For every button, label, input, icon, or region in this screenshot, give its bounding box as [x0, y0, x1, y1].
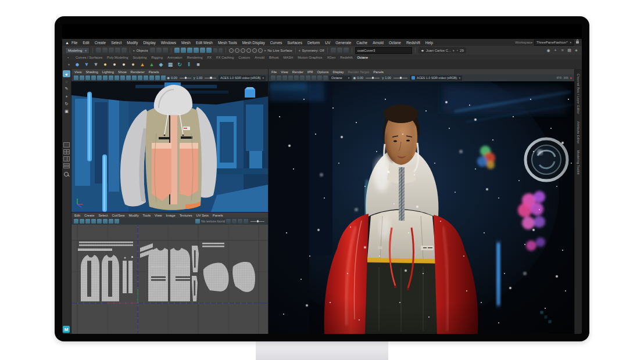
shelf-tab[interactable]: Redshift [340, 56, 352, 59]
rotate-tool-icon[interactable]: ↻ [63, 100, 70, 107]
panel-menu-item[interactable]: View [155, 214, 162, 217]
open-scene-icon[interactable] [102, 48, 108, 53]
light-dome-shelf-icon[interactable]: ● [111, 61, 118, 68]
shelf-menu-icon[interactable]: ▾ [66, 62, 71, 67]
panel-menu-item[interactable]: Create [84, 214, 94, 217]
textured-icon[interactable] [126, 75, 131, 80]
history-toggle-icon[interactable] [252, 48, 257, 53]
shelf-tab[interactable]: Rigging [151, 56, 163, 59]
history-toggle-icon[interactable] [241, 48, 245, 53]
sidebar-vertical-tab[interactable]: Modeling Toolkit [577, 150, 580, 175]
render-current-frame-icon[interactable] [331, 48, 336, 53]
symmetry-select[interactable]: ▾Symmetry: Off [299, 49, 324, 52]
panel-menu-item[interactable]: Display [332, 70, 344, 74]
shadows-icon[interactable] [138, 75, 142, 80]
panel-menu-item[interactable]: Modify [128, 214, 138, 217]
menu-item[interactable]: Edit [83, 41, 89, 45]
shelf-tab[interactable]: Custom [238, 56, 250, 59]
history-toggle-icon[interactable] [229, 48, 234, 53]
shelf-tab[interactable]: Rendering [187, 56, 203, 59]
shelf-selector-icon[interactable]: ▪ [66, 55, 71, 60]
two-d-pan-zoom-icon[interactable] [103, 75, 108, 80]
image-plane-icon[interactable] [97, 75, 102, 80]
list-view-icon[interactable]: ≡ [560, 48, 565, 53]
motion-blur-icon[interactable] [149, 75, 154, 80]
menu-item[interactable]: Mesh [181, 41, 191, 45]
panel-menu-item[interactable]: Options [317, 70, 329, 74]
shelf-tab[interactable]: FX Caching [216, 56, 234, 59]
single-pane-layout-button[interactable] [63, 142, 70, 147]
add-workspace-icon[interactable]: + [553, 48, 558, 53]
panel-menu-item[interactable]: View [281, 70, 288, 74]
redo-icon[interactable] [121, 48, 127, 53]
save-scene-icon[interactable] [109, 48, 114, 53]
selection-mode-select[interactable]: ▾Objects [133, 49, 148, 52]
dim-image-icon[interactable] [226, 219, 231, 224]
history-toggle-icon[interactable] [246, 48, 251, 53]
light-spot-shelf-icon[interactable]: ● [130, 61, 137, 68]
snap-to-projected-center-icon[interactable] [194, 48, 199, 53]
select-by-hierarchy-icon[interactable] [150, 48, 155, 53]
menu-item[interactable]: Curves [270, 41, 282, 45]
menu-set-select[interactable]: Modeling ▾ [65, 47, 90, 54]
panel-menu-item[interactable]: UV Sets [196, 214, 209, 217]
snapshot-icon[interactable] [312, 75, 316, 80]
select-camera-icon[interactable] [74, 75, 78, 80]
scale-tool-icon[interactable]: ▣ [63, 108, 70, 115]
menu-item[interactable]: Generate [335, 41, 351, 45]
select-by-object-icon[interactable] [156, 48, 162, 53]
pine-tree-shelf-icon[interactable]: ▲ [148, 61, 155, 68]
gamma-icon[interactable]: γ [382, 76, 384, 80]
shelf-tab[interactable]: Curves / Surfaces [76, 56, 102, 59]
snap-to-grid-icon[interactable] [174, 48, 180, 53]
clear-render-icon[interactable] [282, 75, 287, 80]
shelf-tab[interactable]: Poly Modeling [107, 56, 128, 59]
panel-menu-item[interactable]: Cut/Sew [112, 214, 125, 217]
menu-item[interactable]: Mesh Tools [218, 41, 237, 45]
stop-render-icon[interactable] [306, 75, 310, 80]
snap-to-view-plane-icon[interactable] [200, 48, 205, 53]
live-surface-select[interactable]: ▾No Live Surface [264, 49, 292, 52]
light-area-shelf-icon[interactable]: ● [120, 61, 127, 68]
image-display-icon[interactable] [115, 219, 119, 224]
workspace-select[interactable]: ThreePaneFashion* ▾ [534, 39, 574, 46]
menu-item[interactable]: Deform [307, 41, 320, 45]
uv-editor-canvas[interactable] [71, 225, 268, 334]
panel-menu-item[interactable]: Renderer [131, 70, 145, 74]
uv-statistics-icon[interactable] [238, 219, 242, 224]
render-viewport[interactable] [269, 81, 574, 334]
perspective-viewport[interactable] [71, 81, 268, 212]
uv-distortion-icon[interactable] [74, 219, 78, 224]
panel-menu-item[interactable]: Textures [180, 214, 192, 217]
panel-layout-icon[interactable]: ▤ [567, 48, 572, 53]
panel-menu-item[interactable]: IPR [307, 70, 313, 74]
menu-item[interactable]: Edit Mesh [196, 41, 213, 45]
use-all-lights-icon[interactable] [132, 75, 137, 80]
shade-uvs-icon[interactable] [85, 219, 90, 224]
menu-item[interactable]: Create [95, 41, 106, 45]
region-render-icon[interactable] [317, 75, 322, 80]
cloth-shelf-icon[interactable]: ▼ [92, 61, 99, 68]
menu-item[interactable]: Select [111, 41, 121, 45]
four-pane-layout-button[interactable] [63, 149, 70, 154]
panel-menu-item[interactable]: View [74, 70, 81, 74]
frame-all-icon[interactable] [244, 219, 248, 224]
pixel-snap-icon[interactable] [103, 219, 108, 224]
menu-item[interactable]: File [71, 41, 77, 45]
exposure-slider[interactable] [180, 78, 191, 78]
shelf-tab[interactable]: Arnold [255, 56, 264, 59]
paint-select-tool-icon[interactable]: ✎ [63, 85, 70, 92]
new-scene-icon[interactable] [96, 48, 101, 53]
make-live-icon[interactable] [206, 48, 212, 53]
menu-item[interactable]: Redshift [406, 41, 420, 45]
menu-item[interactable]: Display [143, 41, 155, 45]
gamma-slider[interactable] [393, 78, 407, 78]
save-render-icon[interactable] [277, 75, 281, 80]
undo-icon[interactable] [115, 48, 120, 53]
shelf-tab[interactable]: XGen [327, 56, 335, 59]
uv-grid-icon[interactable] [97, 219, 102, 224]
shelf-tab[interactable]: Motion Graphics [298, 56, 322, 59]
history-toggle-icon[interactable] [235, 48, 239, 53]
view-transform-select[interactable]: ACES 1.0 SDR-video (sRGB)▾ [219, 75, 266, 81]
menu-item[interactable]: Mesh Display [242, 41, 265, 45]
